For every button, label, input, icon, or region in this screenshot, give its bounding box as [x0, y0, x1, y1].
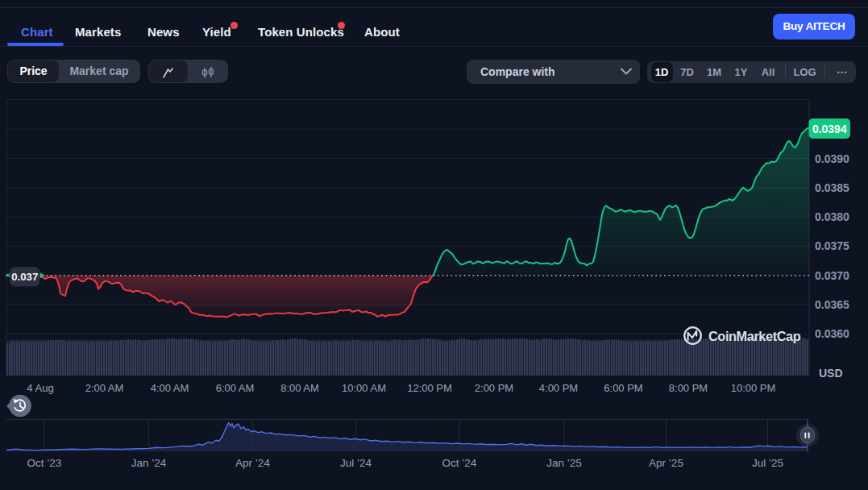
svg-text:CoinMarketCap: CoinMarketCap: [708, 329, 801, 343]
svg-text:0.037: 0.037: [11, 271, 38, 283]
svg-text:0.0394: 0.0394: [812, 122, 847, 135]
